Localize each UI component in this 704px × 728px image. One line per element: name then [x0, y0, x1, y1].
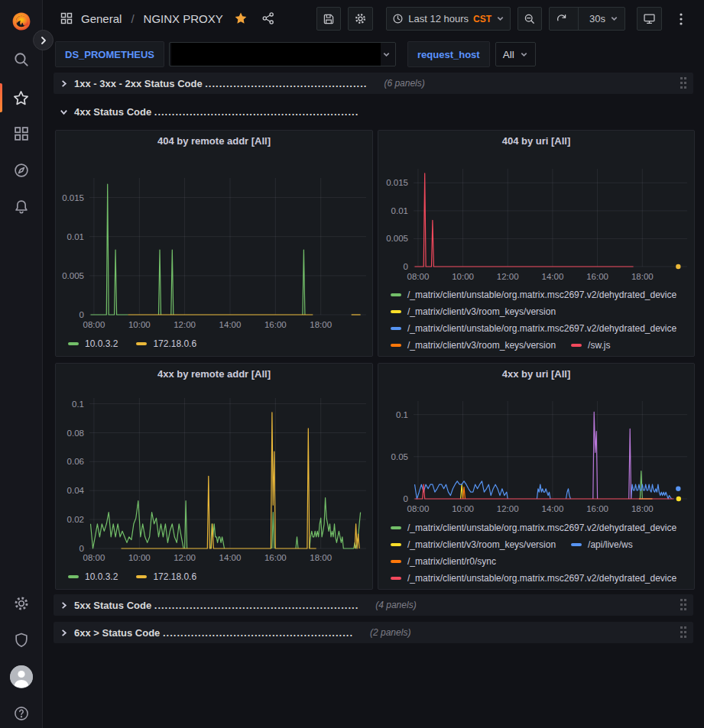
row-5xx[interactable]: 5xx Status Code ........................… — [54, 594, 693, 616]
sidebar — [0, 0, 43, 728]
panel-4xx-by-remote-addr: 4xx by remote addr [All] 00.020.040.060.… — [55, 363, 373, 590]
legend-label: /_matrix/client/r0/sync — [407, 556, 496, 567]
legend-item[interactable]: /_matrix/client/unstable/org.matrix.msc2… — [391, 523, 676, 533]
legend-item[interactable]: 10.0.3.2 — [68, 571, 118, 582]
legend-label: 172.18.0.6 — [153, 571, 196, 582]
legend-label: /_matrix/client/v3/room_keys/version — [407, 539, 556, 550]
svg-text:0: 0 — [79, 544, 84, 553]
legend-item[interactable]: /api/live/ws — [571, 539, 633, 550]
legend-item[interactable]: /_matrix/client/v3/room_keys/version — [391, 539, 556, 550]
topbar-actions: Last 12 hours CST 30s — [316, 7, 693, 31]
svg-text:14:00: 14:00 — [219, 553, 242, 562]
variable-label-ds-prometheus[interactable]: DS_PROMETHEUS — [55, 41, 164, 67]
more-options-button[interactable] — [669, 7, 693, 31]
chevron-down-icon — [382, 50, 391, 59]
breadcrumb-dashboard[interactable]: NGINX PROXY — [144, 12, 223, 25]
drag-handle-icon[interactable] — [680, 626, 687, 639]
save-dashboard-button[interactable] — [316, 7, 341, 31]
svg-text:0.005: 0.005 — [62, 271, 84, 280]
share-icon[interactable] — [261, 11, 275, 25]
row-1xx-3xx-2xx[interactable]: 1xx - 3xx - 2xx Status Code ............… — [54, 73, 693, 94]
row-panel-count: (6 panels) — [384, 78, 424, 89]
svg-text:0.02: 0.02 — [67, 515, 84, 524]
legend-item[interactable]: /sw.js — [571, 340, 610, 351]
svg-text:0.05: 0.05 — [391, 452, 408, 461]
svg-text:16:00: 16:00 — [264, 320, 287, 329]
svg-text:10:00: 10:00 — [128, 320, 151, 329]
legend-label: /_matrix/client/unstable/org.matrix.msc2… — [407, 323, 676, 334]
refresh-interval-dropdown[interactable]: 30s — [583, 8, 625, 30]
svg-text:12:00: 12:00 — [497, 272, 519, 281]
server-admin-shield-icon[interactable] — [0, 631, 42, 649]
svg-text:0: 0 — [79, 310, 84, 319]
svg-text:14:00: 14:00 — [219, 320, 242, 329]
legend-item[interactable]: 172.18.0.6 — [136, 571, 196, 582]
refresh-button[interactable] — [550, 8, 573, 30]
chevron-right-icon — [60, 79, 68, 88]
explore-icon[interactable] — [0, 161, 42, 180]
favorite-star-icon[interactable] — [234, 11, 248, 25]
legend-item[interactable]: /_matrix/client/unstable/org.matrix.msc2… — [391, 323, 676, 334]
dashboards-icon[interactable] — [0, 125, 42, 143]
row-title-dots: ........................................… — [163, 627, 353, 639]
legend-item[interactable]: 10.0.3.2 — [68, 338, 118, 349]
variable-dropdown-ds-prometheus[interactable] — [169, 42, 396, 66]
legend-item[interactable]: /_matrix/client/v3/room_keys/version — [391, 306, 556, 317]
time-range-label: Last 12 hours — [408, 13, 469, 24]
legend: 10.0.3.2172.18.0.6 — [68, 568, 366, 585]
svg-text:0: 0 — [404, 262, 408, 271]
breadcrumb-folder[interactable]: General — [81, 12, 122, 25]
svg-text:18:00: 18:00 — [310, 553, 332, 562]
alerting-icon[interactable] — [0, 198, 42, 216]
search-icon[interactable] — [0, 50, 42, 69]
row-4xx[interactable]: 4xx Status Code ........................… — [54, 101, 693, 122]
legend-swatch — [68, 342, 79, 345]
breadcrumb: General / NGINX PROXY — [60, 0, 275, 37]
chevron-down-icon — [520, 50, 528, 59]
legend-item[interactable]: /_matrix/client/unstable/org.matrix.msc2… — [391, 573, 676, 584]
zoom-out-button[interactable] — [517, 7, 542, 31]
legend: /_matrix/client/unstable/org.matrix.msc2… — [391, 519, 691, 589]
legend-item[interactable]: /_matrix/client/unstable/org.matrix.msc2… — [391, 290, 676, 300]
svg-text:18:00: 18:00 — [631, 272, 654, 281]
svg-text:0.015: 0.015 — [62, 193, 84, 202]
save-icon — [323, 13, 335, 25]
legend-item[interactable]: /_matrix/client/v3/room_keys/version — [391, 340, 556, 351]
svg-text:14:00: 14:00 — [542, 504, 564, 513]
legend-swatch — [391, 344, 401, 347]
configuration-gear-icon[interactable] — [0, 594, 42, 613]
variable-dropdown-request-host[interactable]: All — [495, 42, 536, 66]
legend-label: /api/live/ws — [588, 539, 633, 550]
row-title-dots: ........................................… — [154, 600, 359, 611]
drag-handle-icon[interactable] — [680, 76, 687, 90]
sidebar-expand-button[interactable] — [33, 30, 54, 50]
help-icon[interactable] — [0, 704, 42, 723]
chevron-down-icon — [496, 15, 504, 23]
dashboard-settings-button[interactable] — [348, 7, 373, 31]
variable-label-request-host[interactable]: request_host — [407, 41, 490, 67]
time-range-picker[interactable]: Last 12 hours CST — [386, 7, 511, 31]
legend-item[interactable]: /_matrix/client/r0/sync — [391, 556, 496, 567]
tv-mode-button[interactable] — [637, 7, 662, 31]
svg-text:12:00: 12:00 — [174, 320, 196, 329]
svg-text:18:00: 18:00 — [631, 504, 654, 513]
time-series-chart: 00.050.108:0010:0012:0014:0016:0018:00 — [378, 364, 693, 516]
kebab-menu-icon — [680, 13, 683, 25]
chevron-right-icon — [40, 37, 47, 44]
legend-label: /sw.js — [588, 340, 610, 351]
svg-text:14:00: 14:00 — [542, 272, 564, 281]
grafana-logo[interactable] — [0, 8, 42, 34]
legend-label: 10.0.3.2 — [85, 338, 118, 349]
row-panel-count: (2 panels) — [370, 627, 410, 638]
legend-swatch — [391, 327, 401, 330]
user-avatar[interactable] — [0, 665, 42, 688]
legend-item[interactable]: 172.18.0.6 — [136, 338, 196, 349]
row-title-dots: ........................................… — [154, 106, 359, 118]
starred-icon[interactable] — [0, 88, 42, 108]
row-6xx[interactable]: 6xx > Status Code ......................… — [54, 622, 693, 643]
legend: /_matrix/client/unstable/org.matrix.msc2… — [391, 286, 691, 356]
drag-handle-icon[interactable] — [680, 598, 687, 612]
svg-text:08:00: 08:00 — [407, 504, 430, 513]
dashboard-grid-icon — [60, 11, 73, 25]
legend-swatch — [136, 342, 147, 345]
